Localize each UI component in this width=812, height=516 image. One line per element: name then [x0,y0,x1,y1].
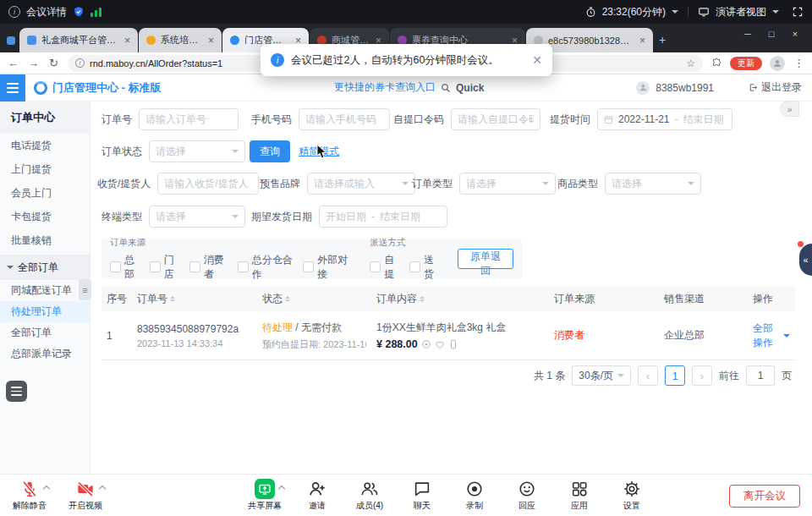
pickup-date-range[interactable]: 2022-11-21 - 结束日期 [597,108,732,130]
sidebar-item-phone-pickup[interactable]: 电话提货 [0,134,90,157]
goods-type-select[interactable]: 请选择 [605,173,701,195]
logout-button[interactable]: 退出登录 [749,80,802,95]
checkbox-source-external[interactable]: 外部对接 [303,253,349,282]
chat-button[interactable]: 聊天 [401,479,443,512]
site-info-icon[interactable]: i [75,58,85,68]
row-actions-dropdown[interactable]: 全部操作 [753,321,790,350]
sidebar-item-pending-orders[interactable]: 待处理订单 [0,301,90,322]
view-mode-button[interactable]: 演讲者视图 [716,5,766,19]
phone-input[interactable] [299,108,390,130]
checkbox-source-hq[interactable]: 总部 [110,253,140,282]
sidebar-section-order-center[interactable]: 订单中心 [0,102,90,134]
filter-expand-handle[interactable]: » [780,101,799,117]
share-options-chevron[interactable] [278,486,285,492]
mic-options-chevron[interactable] [43,486,50,492]
tab-group-indicator[interactable] [7,36,15,45]
record-button[interactable]: 录制 [453,479,496,512]
sidebar-item-batch-verify[interactable]: 批量核销 [0,228,90,252]
browser-tab-giftbox-admin[interactable]: 礼盒商城平台管理中心 × [19,28,138,52]
window-close-button[interactable]: × [783,26,807,41]
phone-icon[interactable] [448,339,458,349]
browser-tab-training[interactable]: 系统培训学习 × [139,28,222,52]
tab-close-icon[interactable]: × [639,36,645,46]
gift-icon[interactable] [435,339,445,349]
goto-page-input[interactable] [746,365,775,386]
browser-update-button[interactable]: 更新 [730,57,762,70]
quick-list-float-button[interactable] [6,381,27,402]
checkbox-source-store[interactable]: 门店 [150,253,179,282]
timer-caret-icon[interactable] [672,10,678,17]
security-shield-icon[interactable] [73,6,85,18]
coupon-query-link[interactable]: 更快捷的券卡查询入口 [334,80,436,95]
meeting-details-button[interactable]: 会议详情 [26,5,67,19]
meeting-timer[interactable]: 23:32(60分钟) [602,5,666,19]
reload-icon[interactable]: ↻ [47,58,60,69]
video-options-chevron[interactable] [99,486,106,492]
sidebar-item-hq-dispatch-records[interactable]: 总部派单记录 [0,343,90,365]
receiver-input[interactable] [157,173,259,195]
pickup-code-input[interactable] [451,108,540,130]
sidebar-group-all-orders[interactable]: 全部订单 [0,255,90,280]
settings-button[interactable]: 设置 [611,479,653,512]
expect-date-range[interactable]: 开始日期 - 结束日期 [319,206,447,228]
sidebar-item-door-pickup[interactable]: 上门提货 [0,157,90,181]
share-screen-button[interactable]: 共享屏幕 [244,479,286,512]
filter-goods-type: 商品类型 请选择 [557,173,701,195]
sidebar-toggle-button[interactable] [0,74,25,102]
sidebar-collapse-handle[interactable]: ≡ [79,279,91,300]
browser-profile-avatar[interactable] [770,56,785,71]
sort-icon[interactable] [420,296,425,302]
fullscreen-icon[interactable] [792,6,804,18]
start-video-button[interactable]: 开启视频 [64,479,107,512]
page-size-select[interactable]: 30条/页 [572,365,631,386]
search-button[interactable]: 查询 [250,140,290,162]
next-page-button[interactable]: › [692,365,712,386]
bookmark-star-icon[interactable]: ☆ [686,58,695,69]
extensions-icon[interactable] [710,58,722,69]
remark-icon[interactable] [421,339,431,349]
order-status-select[interactable]: 请选择 [149,140,245,162]
checkbox-source-warehouse-coop[interactable]: 总分仓合作 [238,253,293,282]
apps-button[interactable]: 应用 [558,479,601,512]
view-caret-icon[interactable] [772,10,779,17]
browser-menu-icon[interactable]: ⋮ [793,58,805,69]
meeting-info-icon[interactable]: i [8,6,20,18]
search-icon[interactable] [441,83,451,93]
tab-close-icon[interactable]: × [124,36,130,46]
members-button[interactable]: 成员(4) [348,479,391,512]
sort-icon[interactable] [285,296,290,302]
header-content[interactable]: 订单内容 [371,292,549,306]
prev-page-button[interactable]: ‹ [638,365,658,386]
reactions-button[interactable]: 回应 [506,479,548,512]
window-maximize-button[interactable]: □ [760,26,783,41]
presale-brand-select[interactable]: 请选择或输入 [307,173,415,195]
sort-icon[interactable] [170,296,175,302]
invite-button[interactable]: 邀请 [296,479,338,512]
new-tab-button[interactable]: + [659,33,666,47]
header-order-no[interactable]: 订单号 [132,292,257,306]
forward-icon[interactable]: → [27,58,40,69]
leave-meeting-button[interactable]: 离开会议 [729,485,800,508]
notification-close-icon[interactable]: ✕ [532,53,542,67]
unmute-button[interactable]: 解除静音 [8,479,51,512]
header-status[interactable]: 状态 [257,292,371,306]
window-minimize-button[interactable]: ─ [736,26,760,41]
sidebar-item-card-pickup[interactable]: 卡包提货 [0,205,90,228]
sidebar-item-city-delivery-orders[interactable]: 同城配送订单 [0,280,90,301]
order-no-input[interactable] [139,108,239,130]
return-original-order-button[interactable]: 原单退回 [458,249,513,269]
username[interactable]: 8385wb1991 [656,82,714,94]
tab-close-icon[interactable]: × [208,36,214,46]
header-actions: 操作 [748,292,795,306]
sidebar-item-member-visit[interactable]: 会员上门 [0,181,90,205]
side-drawer-handle[interactable]: « [799,244,812,276]
checkbox-self-pickup[interactable]: 自提 [370,253,399,282]
back-icon[interactable]: ← [7,58,19,69]
order-type-select[interactable]: 请选择 [459,173,556,195]
sidebar-item-all-orders[interactable]: 全部订单 [0,322,90,343]
current-page-button[interactable]: 1 [665,365,685,386]
quick-search-button[interactable]: Quick [456,82,484,94]
terminal-type-select[interactable]: 请选择 [149,206,245,228]
checkbox-delivery[interactable]: 送货 [409,253,439,282]
checkbox-source-consumer[interactable]: 消费者 [189,253,228,282]
